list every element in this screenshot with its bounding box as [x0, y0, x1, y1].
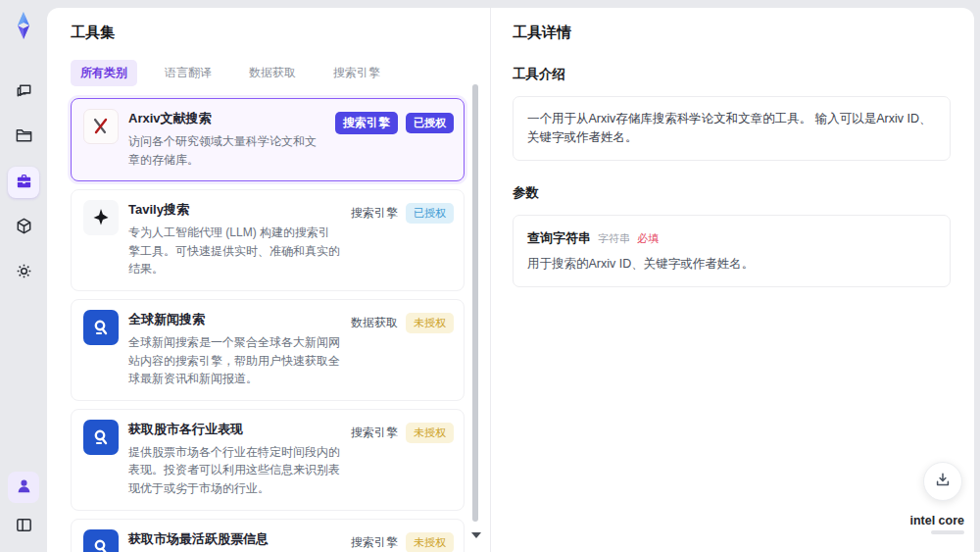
intro-heading: 工具介绍: [513, 66, 951, 83]
param-type: 字符串: [598, 230, 630, 247]
main-panel: 工具集 所有类别语言翻译数据获取搜索引擎 Arxiv文献搜索 访问各个研究领域大…: [47, 8, 974, 552]
tool-name: Arxiv文献搜索: [128, 110, 325, 127]
tool-description: 访问各个研究领域大量科学论文和文章的存储库。: [128, 132, 325, 169]
app-logo: [8, 10, 39, 41]
tool-auth-badge: 未授权: [406, 313, 454, 333]
tool-list: Arxiv文献搜索 访问各个研究领域大量科学论文和文章的存储库。 搜索引擎 已授…: [71, 98, 465, 552]
sidebar-item-panel-toggle[interactable]: [8, 511, 39, 542]
sidebar-item-models[interactable]: [8, 212, 39, 243]
intel-core-logo: intel core: [909, 514, 964, 534]
tool-intro-text: 一个用于从Arxiv存储库搜索科学论文和文章的工具。 输入可以是Arxiv ID…: [513, 96, 951, 161]
params-heading: 参数: [513, 184, 951, 202]
user-icon: [15, 477, 33, 499]
tool-list-item[interactable]: 获取股市各行业表现 提供股票市场各个行业在特定时间段内的表现。投资者可以利用这些…: [71, 409, 465, 511]
sidebar-bottom: [8, 472, 39, 542]
param-header: 查询字符串 字符串 必填: [527, 228, 936, 248]
chat-icon: [15, 81, 33, 104]
sidebar-nav: [8, 76, 39, 288]
sidebar: [0, 0, 47, 552]
tool-auth-badge: 未授权: [406, 532, 454, 552]
tab-1[interactable]: 语言翻译: [155, 60, 221, 86]
scroll-down-icon[interactable]: [471, 532, 481, 538]
page-title: 工具集: [71, 24, 465, 42]
brand-text: intel core: [909, 514, 964, 527]
param-name: 查询字符串: [527, 228, 591, 248]
tool-category-badge: 搜索引擎: [351, 205, 398, 222]
tool-name: 获取股市各行业表现: [128, 421, 341, 438]
param-description: 用于搜索的Arxiv ID、关键字或作者姓名。: [527, 255, 936, 274]
detail-title: 工具详情: [513, 24, 951, 42]
layout-panel-icon: [15, 516, 33, 538]
folder-icon: [15, 126, 33, 149]
tab-3[interactable]: 搜索引擎: [323, 60, 390, 86]
tool-category-badge: 数据获取: [351, 315, 398, 331]
tool-name: 全球新闻搜索: [128, 311, 341, 328]
tool-list-item[interactable]: 全球新闻搜索 全球新闻搜索是一个聚合全球各大新闻网站内容的搜索引擎，帮助用户快速…: [71, 299, 465, 401]
tool-description: 提供股票市场各个行业在特定时间段内的表现。投资者可以利用这些信息来识别表现优于或…: [128, 443, 341, 498]
bluesearch-icon: [83, 529, 119, 552]
category-tabs: 所有类别语言翻译数据获取搜索引擎: [71, 60, 465, 86]
sidebar-item-files[interactable]: [8, 122, 39, 153]
tool-list-item[interactable]: Arxiv文献搜索 访问各个研究领域大量科学论文和文章的存储库。 搜索引擎 已授…: [71, 98, 465, 181]
tab-0-active[interactable]: 所有类别: [71, 60, 137, 86]
tool-list-pane: 工具集 所有类别语言翻译数据获取搜索引擎 Arxiv文献搜索 访问各个研究领域大…: [47, 8, 490, 552]
param-card: 查询字符串 字符串 必填 用于搜索的Arxiv ID、关键字或作者姓名。: [513, 215, 951, 287]
cube-icon: [15, 217, 33, 239]
tab-2[interactable]: 数据获取: [239, 60, 306, 86]
tool-category-badge: 搜索引擎: [351, 534, 398, 551]
tool-category-badge: 搜索引擎: [335, 112, 398, 134]
tool-auth-badge: 已授权: [406, 203, 454, 224]
brand-underline: [931, 530, 964, 534]
gear-icon: [15, 262, 33, 284]
sidebar-item-account[interactable]: [8, 472, 39, 503]
tool-auth-badge: 未授权: [406, 423, 454, 443]
tavily-icon: [83, 200, 119, 235]
list-scrollbar[interactable]: [472, 84, 478, 522]
tool-category-badge: 搜索引擎: [351, 425, 398, 441]
briefcase-icon: [15, 172, 33, 194]
tool-list-item[interactable]: Tavily搜索 专为人工智能代理 (LLM) 构建的搜索引擎工具。可快速提供实…: [71, 189, 465, 291]
tool-name: Tavily搜索: [128, 201, 341, 219]
tool-auth-badge: 已授权: [406, 113, 454, 133]
arxiv-icon: [83, 109, 119, 144]
bluesearch-icon: [83, 420, 119, 455]
download-icon: [934, 471, 952, 492]
sidebar-item-settings[interactable]: [8, 257, 39, 288]
tool-description: 全球新闻搜索是一个聚合全球各大新闻网站内容的搜索引擎，帮助用户快速获取全球最新资…: [128, 333, 341, 388]
param-required-badge: 必填: [637, 230, 659, 247]
tool-list-item[interactable]: 获取市场最活跃股票信息 提供当天交易量最高的股票列表。投资者可以利用这些信息来识…: [71, 519, 465, 552]
tool-name: 获取市场最活跃股票信息: [128, 530, 341, 548]
tool-detail-pane: 工具详情 工具介绍 一个用于从Arxiv存储库搜索科学论文和文章的工具。 输入可…: [490, 8, 974, 552]
app-root: 工具集 所有类别语言翻译数据获取搜索引擎 Arxiv文献搜索 访问各个研究领域大…: [0, 0, 980, 552]
bluesearch-icon: [83, 310, 119, 345]
download-button[interactable]: [923, 462, 962, 501]
tool-description: 专为人工智能代理 (LLM) 构建的搜索引擎工具。可快速提供实时、准确和真实的结…: [128, 224, 341, 278]
sidebar-item-tools[interactable]: [8, 167, 39, 198]
sidebar-item-chat[interactable]: [8, 76, 39, 108]
